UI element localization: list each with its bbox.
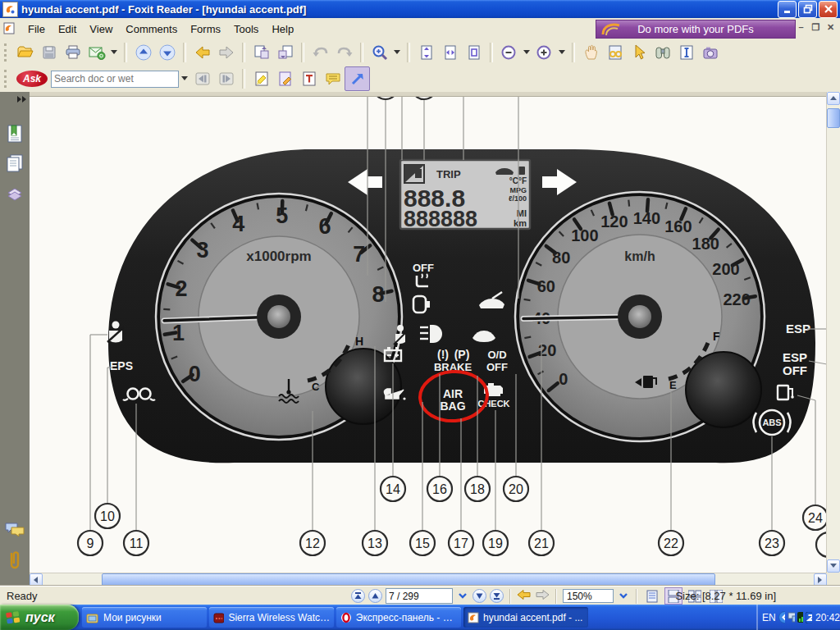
scroll-right-button[interactable]: [814, 573, 827, 587]
highlight-tool-button[interactable]: [249, 67, 273, 90]
fit-width-button[interactable]: [438, 41, 462, 64]
snapshot-camera-button[interactable]: [698, 41, 722, 64]
menu-comments[interactable]: Comments: [119, 21, 184, 38]
arrow-tool-button[interactable]: [345, 66, 370, 91]
save-button[interactable]: [37, 41, 61, 64]
expand-panel-icon[interactable]: [16, 94, 28, 103]
prev-page-button[interactable]: [368, 589, 382, 603]
language-indicator[interactable]: EN: [762, 612, 776, 623]
menu-help[interactable]: Help: [265, 21, 300, 38]
vertical-scroll-thumb[interactable]: [827, 108, 840, 128]
zoom-out-dropdown-icon[interactable]: [521, 41, 532, 64]
first-page-button[interactable]: [351, 589, 365, 603]
child-restore-button[interactable]: ❐: [810, 22, 822, 34]
minimize-button[interactable]: [778, 1, 797, 18]
zoom-dropdown-icon[interactable]: [617, 589, 630, 603]
zonealarm-tray-icon[interactable]: [806, 612, 812, 623]
select-tool-button[interactable]: [627, 41, 651, 64]
toolbar-grip[interactable]: [4, 43, 9, 62]
vertical-scrollbar[interactable]: [826, 92, 840, 573]
zoom-in-dropdown-icon[interactable]: [556, 41, 568, 64]
child-minimize-button[interactable]: –: [795, 22, 807, 34]
search-next-button[interactable]: [214, 67, 238, 90]
zoom-out-button[interactable]: [497, 41, 521, 64]
search-input[interactable]: [51, 71, 179, 88]
child-close-button[interactable]: ✕: [824, 22, 837, 34]
extract-pages-button[interactable]: [273, 41, 297, 64]
toolbar-separator: [242, 69, 245, 89]
network-tray-icon[interactable]: [788, 612, 795, 623]
resize-grip[interactable]: [827, 573, 840, 586]
close-button[interactable]: [819, 1, 838, 18]
hand-tool-button[interactable]: [579, 41, 603, 64]
horizontal-scroll-thumb[interactable]: [102, 573, 715, 587]
document-icon: [3, 22, 16, 35]
text-select-button[interactable]: [674, 41, 698, 64]
document-view[interactable]: 012345678x1000rpm02040608010012014016018…: [30, 92, 827, 573]
menu-tools[interactable]: Tools: [227, 21, 265, 38]
search-prev-button[interactable]: [190, 67, 214, 90]
reading-mode-button[interactable]: [603, 41, 627, 64]
scroll-up-button[interactable]: [827, 92, 840, 105]
open-file-button[interactable]: [13, 41, 37, 64]
attachments-panel-icon[interactable]: [4, 550, 25, 571]
undo-button[interactable]: [308, 41, 332, 64]
fit-visible-button[interactable]: [462, 41, 486, 64]
layers-panel-icon[interactable]: [4, 182, 25, 203]
view-forward-button[interactable]: [535, 589, 550, 603]
page-dropdown-icon[interactable]: [456, 589, 469, 603]
signal-tray-icon[interactable]: [797, 612, 804, 623]
single-page-layout-button[interactable]: [643, 587, 661, 605]
insert-pages-button[interactable]: [249, 41, 273, 64]
go-forward-button[interactable]: [214, 41, 238, 64]
pdf-page[interactable]: 012345678x1000rpm02040608010012014016018…: [30, 96, 827, 573]
menu-edit[interactable]: Edit: [52, 21, 83, 38]
task-my-pictures[interactable]: Мои рисунки: [82, 607, 207, 628]
start-button[interactable]: пуск: [0, 605, 79, 630]
ask-logo: Ask: [16, 71, 48, 87]
task-sierra-wireless[interactable]: Sierra Wireless Watcher: [209, 607, 334, 628]
task-opera-panel[interactable]: Экспресс-панель - О...: [336, 607, 461, 628]
comment-tool-button[interactable]: [321, 67, 345, 90]
zoom-dropdown-icon[interactable]: [391, 41, 403, 64]
scroll-left-button[interactable]: [30, 573, 43, 587]
menu-file[interactable]: File: [21, 21, 52, 38]
next-page-button[interactable]: [472, 589, 486, 603]
last-page-button[interactable]: [490, 589, 504, 603]
search-dropdown-icon[interactable]: [179, 67, 190, 90]
zoom-level-value[interactable]: 150%: [563, 589, 614, 603]
zoom-tool-button[interactable]: [368, 41, 391, 64]
opera-icon: [340, 612, 352, 623]
print-button[interactable]: [61, 41, 84, 64]
pages-panel-icon[interactable]: [4, 153, 25, 174]
page-down-button[interactable]: [155, 41, 179, 64]
task-foxit-reader[interactable]: hyundai accent.pdf - ...: [463, 607, 588, 628]
email-dropdown-icon[interactable]: [108, 41, 120, 64]
bookmarks-panel-icon[interactable]: [4, 123, 25, 144]
toolbar-grip[interactable]: [4, 70, 9, 88]
do-more-banner[interactable]: Do more with your PDFs: [596, 20, 796, 39]
callout-14: 14: [381, 477, 405, 501]
page-up-button[interactable]: [131, 41, 155, 64]
redo-button[interactable]: [332, 41, 356, 64]
horizontal-scrollbar[interactable]: [30, 573, 827, 587]
zoom-in-button[interactable]: [532, 41, 556, 64]
scroll-down-button[interactable]: [827, 559, 840, 573]
typewriter-tool-button[interactable]: [297, 67, 321, 90]
title-bar: hyundai accent.pdf - Foxit Reader - [hyu…: [0, 0, 840, 18]
restore-button[interactable]: [798, 1, 817, 18]
search-binoculars-button[interactable]: [651, 41, 674, 64]
menu-forms[interactable]: Forms: [184, 21, 227, 38]
view-back-button[interactable]: [517, 589, 532, 603]
toolbar-separator: [242, 43, 245, 62]
page-number-input[interactable]: [386, 588, 453, 604]
hide-icons-chevron-icon[interactable]: [778, 611, 785, 623]
comments-panel-icon[interactable]: [4, 520, 25, 541]
fit-page-button[interactable]: [414, 41, 438, 64]
email-button[interactable]: [84, 41, 108, 64]
go-back-button[interactable]: [190, 41, 214, 64]
airbag-light: AIR BAG: [440, 387, 465, 413]
note-tool-button[interactable]: [273, 67, 297, 90]
clock[interactable]: 20:42: [815, 612, 840, 623]
menu-view[interactable]: View: [83, 21, 119, 38]
